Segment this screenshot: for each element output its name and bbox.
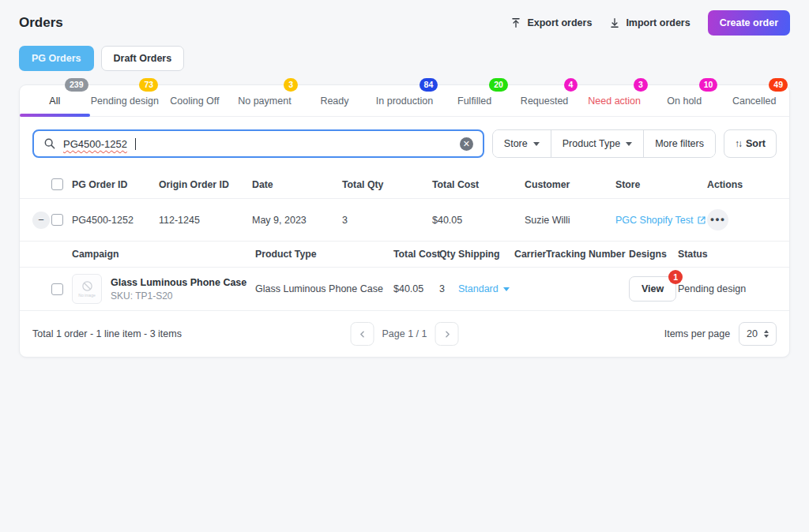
line-product-type: Glass Luminous Phone Case: [255, 283, 393, 294]
col-customer: Customer: [525, 171, 615, 198]
store-link-label: PGC Shopify Test: [615, 215, 693, 226]
shipping-method-label: Standard: [458, 283, 499, 294]
tab-no-payment-label: No payment: [238, 96, 291, 107]
tab-cancelled-label: Cancelled: [732, 96, 777, 107]
store-link[interactable]: PGC Shopify Test: [615, 215, 707, 226]
view-designs-button[interactable]: View 1: [629, 276, 676, 302]
tab-ready[interactable]: Ready: [299, 85, 370, 116]
tab-pending-design[interactable]: 73 Pending design: [90, 85, 160, 116]
orders-table-header: PG Order ID Origin Order ID Date Total Q…: [20, 170, 789, 199]
line-qty: 3: [439, 283, 458, 294]
select-all-checkbox[interactable]: [51, 178, 63, 190]
pagination: Page 1 / 1: [351, 322, 459, 346]
chevron-left-icon: [357, 329, 367, 339]
chevron-right-icon: [442, 329, 452, 339]
product-type-filter-button[interactable]: Product Type: [551, 130, 644, 157]
toolbar: PG4500-1252 ✕ Store Product Type More fi…: [20, 117, 789, 170]
tab-cancelled-badge: 49: [769, 78, 788, 92]
tab-in-production[interactable]: 84 In production: [370, 85, 440, 116]
chevron-down-icon: [503, 287, 510, 291]
expander-spacer: [32, 177, 51, 193]
view-designs-label: View: [642, 283, 664, 294]
order-origin-order-id: 112-1245: [159, 215, 252, 226]
tab-cooling-off[interactable]: Cooling Off: [160, 85, 230, 116]
store-filter-button[interactable]: Store: [493, 130, 551, 157]
col-origin-order-id: Origin Order ID: [159, 171, 252, 198]
tab-all-label: All: [49, 96, 60, 107]
order-type-tabs: PG Orders Draft Orders: [0, 36, 809, 71]
items-per-page-value: 20: [747, 328, 758, 339]
export-icon: [510, 17, 521, 28]
col-qty: Qty: [439, 242, 458, 267]
shipping-method-dropdown[interactable]: Standard: [458, 283, 514, 294]
line-item-row: No image Glass Luminous Phone Case SKU: …: [20, 268, 789, 311]
tab-cancelled[interactable]: 49 Cancelled: [719, 85, 789, 116]
sort-arrows-icon: ↑↓: [735, 138, 741, 149]
previous-page-button[interactable]: [351, 322, 374, 346]
col-product-type: Product Type: [255, 242, 393, 267]
tab-pending-design-label: Pending design: [91, 96, 159, 107]
items-per-page-label: Items per page: [664, 328, 730, 339]
orders-card: 239 All 73 Pending design Cooling Off 3 …: [19, 84, 790, 358]
search-input[interactable]: PG4500-1252 ✕: [32, 129, 484, 158]
filter-group: Store Product Type More filters: [492, 129, 716, 158]
tab-in-production-label: In production: [376, 96, 433, 107]
search-icon: [43, 137, 56, 150]
more-filters-button[interactable]: More filters: [644, 130, 715, 157]
clear-search-icon[interactable]: ✕: [460, 137, 473, 151]
page-title: Orders: [19, 15, 63, 31]
page-indicator: Page 1 / 1: [382, 328, 427, 339]
tab-fulfilled[interactable]: 20 Fulfilled: [439, 85, 510, 116]
tab-pending-design-badge: 73: [139, 78, 158, 92]
items-per-page: Items per page 20: [664, 322, 777, 346]
tab-on-hold-label: On hold: [667, 96, 702, 107]
checkbox-spacer: [51, 247, 72, 261]
tab-no-payment-badge: 3: [284, 78, 298, 92]
tab-no-payment[interactable]: 3 No payment: [230, 85, 300, 116]
tab-requested-badge: 4: [564, 78, 578, 92]
text-cursor: [135, 138, 136, 150]
order-checkbox[interactable]: [51, 214, 63, 226]
import-orders-label: Import orders: [626, 17, 690, 28]
tab-need-action-label: Need action: [588, 96, 641, 107]
col-shipping: Shipping: [458, 242, 514, 267]
designs-count-badge: 1: [668, 270, 683, 284]
chevron-down-icon: [533, 142, 540, 146]
order-date: May 9, 2023: [252, 215, 342, 226]
tab-need-action[interactable]: 3 Need action: [579, 85, 649, 116]
search-value: PG4500-1252: [63, 138, 127, 150]
updown-arrows-icon: [764, 330, 769, 338]
line-item-checkbox[interactable]: [51, 283, 63, 295]
export-orders-label: Export orders: [527, 17, 592, 28]
chevron-down-icon: [626, 142, 632, 146]
export-orders-button[interactable]: Export orders: [510, 17, 592, 28]
col-campaign: Campaign: [72, 242, 255, 267]
store-filter-label: Store: [504, 138, 528, 149]
row-actions-icon[interactable]: ●●●: [707, 209, 728, 230]
items-per-page-select[interactable]: 20: [739, 322, 777, 346]
tab-in-production-badge: 84: [420, 78, 438, 92]
col-designs: Designs: [629, 242, 678, 267]
import-orders-button[interactable]: Import orders: [609, 17, 690, 28]
tab-all[interactable]: 239 All: [20, 85, 90, 116]
tab-pg-orders[interactable]: PG Orders: [19, 46, 94, 71]
tab-requested[interactable]: 4 Requested: [510, 85, 580, 116]
tab-draft-orders[interactable]: Draft Orders: [101, 46, 185, 71]
collapse-row-button[interactable]: −: [32, 212, 50, 229]
sort-label: Sort: [746, 138, 766, 149]
line-total-cost: $40.05: [393, 283, 439, 294]
tab-all-badge: 239: [65, 78, 88, 92]
order-total-cost: $40.05: [432, 215, 525, 226]
create-order-button[interactable]: Create order: [708, 10, 790, 36]
campaign-name: Glass Luminous Phone Case: [111, 277, 246, 288]
tab-on-hold-badge: 10: [699, 78, 718, 92]
more-filters-label: More filters: [655, 138, 704, 149]
tab-ready-label: Ready: [320, 96, 348, 107]
campaign-info: Glass Luminous Phone Case SKU: TP1-S20: [111, 277, 246, 302]
col-actions: Actions: [707, 171, 777, 198]
order-total-qty: 3: [342, 215, 432, 226]
sort-button[interactable]: ↑↓ Sort: [724, 129, 777, 158]
next-page-button[interactable]: [435, 322, 459, 346]
col-date: Date: [252, 171, 342, 198]
tab-on-hold[interactable]: 10 On hold: [649, 85, 720, 116]
